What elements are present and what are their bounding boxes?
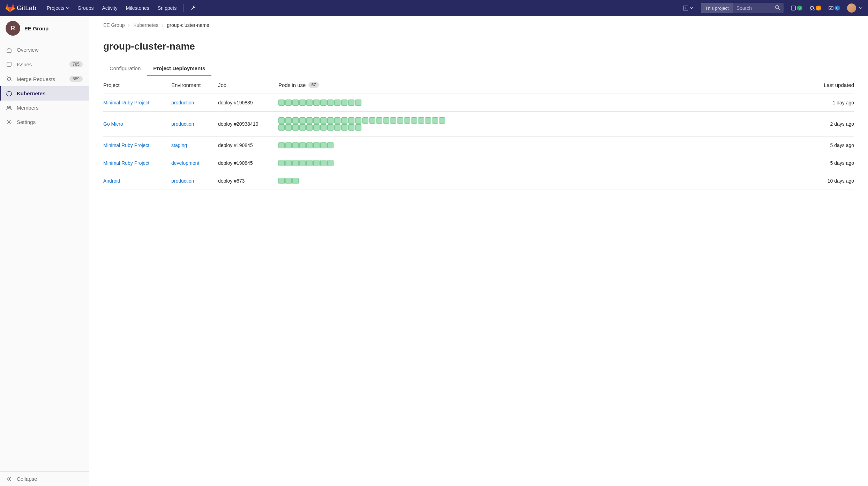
pod-indicator xyxy=(341,124,347,131)
page-title: group-cluster-name xyxy=(103,41,854,52)
group-avatar: R xyxy=(6,21,20,36)
chevron-down-icon xyxy=(690,6,693,10)
collapse-label: Collapse xyxy=(17,476,37,482)
breadcrumb-group[interactable]: EE Group xyxy=(103,22,125,28)
table-body: Minimal Ruby Projectproductiondeploy #19… xyxy=(103,94,854,190)
search-icon xyxy=(775,5,780,10)
chevron-right-icon: › xyxy=(162,22,164,28)
svg-point-14 xyxy=(8,122,10,123)
tab-configuration[interactable]: Configuration xyxy=(103,61,147,76)
job-cell: deploy #673 xyxy=(218,178,278,184)
pod-indicator xyxy=(355,117,361,124)
sidebar-header[interactable]: R EE Group xyxy=(0,16,89,40)
pod-indicator xyxy=(292,178,299,184)
nav-mrs-counter[interactable]: 3 xyxy=(807,5,824,11)
pod-indicator xyxy=(278,178,285,184)
table-row: Androidproductiondeploy #67310 days ago xyxy=(103,172,854,190)
project-link[interactable]: Minimal Ruby Project xyxy=(103,100,149,105)
gitlab-logo[interactable]: GitLab xyxy=(6,3,36,13)
sidebar-item-overview[interactable]: Overview xyxy=(0,43,89,57)
tabs: Configuration Project Deployments xyxy=(103,61,854,76)
pods-wrap xyxy=(278,142,449,148)
search-scope[interactable]: This project xyxy=(701,3,733,13)
job-cell: deploy #20938410 xyxy=(218,121,278,127)
navbar-left: GitLab Projects Groups Activity Mileston… xyxy=(6,0,200,16)
chevron-down-icon xyxy=(66,6,69,10)
todo-icon xyxy=(828,5,834,11)
nav-snippets[interactable]: Snippets xyxy=(154,0,181,16)
project-link[interactable]: Android xyxy=(103,178,120,184)
pod-indicator xyxy=(299,142,306,148)
updated-cell: 10 days ago xyxy=(809,178,854,184)
user-avatar[interactable] xyxy=(847,3,856,13)
sidebar-badge: 785 xyxy=(69,61,83,67)
pod-indicator xyxy=(341,100,347,106)
project-link[interactable]: Go Micro xyxy=(103,121,123,127)
layout: R EE Group Overview Issues 785 Merge Req… xyxy=(0,16,868,486)
nav-groups[interactable]: Groups xyxy=(74,0,98,16)
project-link[interactable]: Minimal Ruby Project xyxy=(103,142,149,148)
members-icon xyxy=(6,105,12,111)
sidebar-item-settings[interactable]: Settings xyxy=(0,115,89,129)
updated-cell: 1 day ago xyxy=(809,100,854,105)
pod-indicator xyxy=(320,160,327,166)
pod-indicator xyxy=(278,124,285,131)
environment-link[interactable]: development xyxy=(171,160,199,166)
nav-activity[interactable]: Activity xyxy=(98,0,121,16)
nav-todos-counter[interactable]: 6 xyxy=(825,5,843,11)
issues-icon xyxy=(6,61,12,67)
deployments-table: Project Environment Job Pods in use 67 L… xyxy=(103,76,854,190)
header-environment: Environment xyxy=(171,82,218,88)
user-menu-chevron[interactable] xyxy=(859,6,862,10)
job-cell: deploy #190839 xyxy=(218,100,278,105)
sidebar-item-issues[interactable]: Issues 785 xyxy=(0,57,89,72)
job-cell: deploy #190845 xyxy=(218,160,278,166)
pod-indicator xyxy=(306,160,313,166)
sidebar-item-label: Merge Requests xyxy=(17,76,55,82)
environment-link[interactable]: production xyxy=(171,178,194,184)
header-pods: Pods in use 67 xyxy=(278,82,809,88)
pod-indicator xyxy=(404,117,410,124)
pod-indicator xyxy=(285,100,292,106)
svg-point-13 xyxy=(9,106,11,108)
nav-projects[interactable]: Projects xyxy=(43,0,74,16)
sidebar-collapse[interactable]: Collapse xyxy=(0,471,89,486)
pod-indicator xyxy=(411,117,417,124)
breadcrumb: EE Group › Kubernetes › group-cluster-na… xyxy=(103,22,854,33)
pod-indicator xyxy=(362,117,368,124)
pod-indicator xyxy=(292,117,299,124)
plus-square-icon xyxy=(683,6,688,10)
pod-indicator xyxy=(327,142,334,148)
pod-indicator xyxy=(418,117,424,124)
pod-indicator xyxy=(425,117,431,124)
tab-project-deployments[interactable]: Project Deployments xyxy=(147,61,211,76)
nav-milestones[interactable]: Milestones xyxy=(122,0,154,16)
table-header: Project Environment Job Pods in use 67 L… xyxy=(103,76,854,94)
svg-point-9 xyxy=(7,80,8,81)
sidebar-item-members[interactable]: Members xyxy=(0,101,89,115)
sidebar-item-kubernetes[interactable]: Kubernetes xyxy=(0,86,89,101)
pod-indicator xyxy=(278,142,285,148)
merge-request-icon xyxy=(809,5,815,11)
brand-text: GitLab xyxy=(17,4,36,12)
pod-indicator xyxy=(299,124,306,131)
pod-indicator xyxy=(334,124,341,131)
environment-link[interactable]: production xyxy=(171,121,194,127)
pod-indicator xyxy=(355,100,361,106)
nav-issues-counter[interactable]: 9 xyxy=(788,5,805,11)
search-input[interactable] xyxy=(733,3,771,13)
nav-admin-wrench[interactable] xyxy=(187,0,200,16)
pod-indicator xyxy=(285,178,292,184)
search-button[interactable] xyxy=(771,5,784,11)
sidebar: R EE Group Overview Issues 785 Merge Req… xyxy=(0,16,89,486)
sidebar-item-merge-requests[interactable]: Merge Requests 589 xyxy=(0,72,89,86)
project-link[interactable]: Minimal Ruby Project xyxy=(103,160,149,166)
environment-link[interactable]: staging xyxy=(171,142,187,148)
pod-indicator xyxy=(334,117,341,124)
wrench-icon xyxy=(191,6,196,10)
new-dropdown[interactable] xyxy=(680,6,697,10)
breadcrumb-section[interactable]: Kubernetes xyxy=(133,22,158,28)
environment-link[interactable]: production xyxy=(171,100,194,105)
pod-indicator xyxy=(439,117,445,124)
sidebar-item-label: Issues xyxy=(17,61,32,67)
